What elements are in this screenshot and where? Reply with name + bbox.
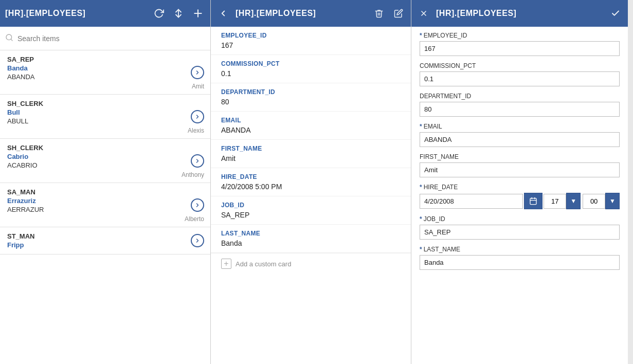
edit-content: *EMPLOYEE_ID COMMISSION_PCT DEPARTMENT_I… bbox=[411, 27, 628, 364]
chevron-right-icon[interactable] bbox=[191, 66, 204, 79]
edit-label-email: *EMAIL bbox=[420, 123, 620, 130]
detail-field-last-name: LAST_NAME Banda bbox=[211, 225, 411, 253]
detail-value-commission-pct: 0.1 bbox=[221, 69, 401, 78]
list-item-job: SA_REP bbox=[7, 56, 204, 63]
chevron-right-icon[interactable] bbox=[191, 154, 204, 168]
list-item[interactable]: SA_MAN Errazuriz AERRAZUR Alberto bbox=[0, 183, 210, 227]
list-item-name: Cabrio bbox=[7, 153, 204, 160]
detail-value-first-name: Amit bbox=[221, 154, 401, 162]
edit-input-job-id[interactable] bbox=[420, 225, 620, 240]
edit-label-first-name: FIRST_NAME bbox=[420, 153, 620, 160]
svg-line-4 bbox=[11, 39, 12, 41]
edit-input-first-name[interactable] bbox=[420, 162, 620, 177]
detail-value-last-name: Banda bbox=[221, 239, 401, 247]
list-item-name: Bull bbox=[7, 108, 204, 116]
close-icon[interactable] bbox=[417, 6, 431, 21]
list-item-name: Fripp bbox=[7, 241, 204, 249]
list-item-job: SH_CLERK bbox=[7, 144, 204, 152]
detail-field-employee-id: EMPLOYEE_ID 167 bbox=[211, 27, 411, 55]
edit-input-email[interactable] bbox=[420, 132, 620, 147]
edit-panel: [HR].[EMPLOYEES] *EMPLOYEE_ID COMMISSION… bbox=[411, 0, 628, 364]
chevron-right-icon[interactable] bbox=[191, 110, 204, 123]
detail-value-hire-date: 4/20/2008 5:00 PM bbox=[221, 183, 401, 191]
date-input[interactable] bbox=[420, 194, 523, 209]
edit-field-employee-id: *EMPLOYEE_ID bbox=[420, 32, 620, 56]
edit-icon[interactable] bbox=[391, 6, 406, 21]
detail-value-email: ABANDA bbox=[221, 126, 401, 134]
detail-value-department-id: 80 bbox=[221, 98, 401, 106]
list-panel-header: [HR].[EMPLOYEES] bbox=[0, 0, 210, 27]
edit-label-hire-date: *HIRE_DATE bbox=[420, 184, 620, 191]
list-item[interactable]: SA_REP Banda ABANDA Amit bbox=[0, 50, 210, 95]
list-item-job: SH_CLERK bbox=[7, 100, 204, 107]
minute-dropdown-button[interactable]: ▼ bbox=[605, 193, 620, 209]
list-item[interactable]: SH_CLERK Bull ABULL Alexis bbox=[0, 95, 210, 139]
edit-panel-title: [HR].[EMPLOYEES] bbox=[436, 9, 603, 18]
detail-label-department-id: DEPARTMENT_ID bbox=[221, 88, 401, 96]
detail-field-department-id: DEPARTMENT_ID 80 bbox=[211, 83, 411, 112]
calendar-button[interactable] bbox=[524, 193, 542, 209]
edit-input-department-id[interactable] bbox=[420, 102, 620, 117]
edit-field-commission-pct: COMMISSION_PCT bbox=[420, 62, 620, 86]
time-part: ▼ ▼ bbox=[544, 193, 620, 209]
detail-label-email: EMAIL bbox=[221, 117, 401, 124]
detail-label-employee-id: EMPLOYEE_ID bbox=[221, 32, 401, 39]
list-item-name: Banda bbox=[7, 64, 204, 72]
list-item-alias: Anthony bbox=[7, 171, 204, 178]
add-custom-card-label: Add a custom card bbox=[236, 260, 291, 268]
list-item-email: AERRAZUR bbox=[7, 206, 204, 213]
detail-field-job-id: JOB_ID SA_REP bbox=[211, 196, 411, 225]
detail-label-last-name: LAST_NAME bbox=[221, 230, 401, 237]
minute-input[interactable] bbox=[583, 194, 605, 209]
list-item-job: ST_MAN bbox=[7, 232, 204, 240]
save-icon[interactable] bbox=[608, 6, 623, 21]
edit-field-hire-date: *HIRE_DATE ▼ ▼ bbox=[420, 184, 620, 209]
list-item-alias: Alexis bbox=[7, 127, 204, 134]
back-icon[interactable] bbox=[216, 6, 230, 21]
edit-input-employee-id[interactable] bbox=[420, 41, 620, 56]
list-item-email: ABANDA bbox=[7, 73, 204, 81]
search-icon bbox=[5, 33, 13, 43]
detail-value-job-id: SA_REP bbox=[221, 211, 401, 219]
list-panel-title: [HR].[EMPLOYEES] bbox=[5, 9, 147, 18]
detail-panel-header: [HR].[EMPLOYEES] bbox=[211, 0, 411, 27]
list-item[interactable]: ST_MAN Fripp bbox=[0, 227, 210, 254]
detail-field-commission-pct: COMMISSION_PCT 0.1 bbox=[211, 55, 411, 83]
detail-panel: [HR].[EMPLOYEES] EMPLOYEE_ID 167 COMMISS… bbox=[211, 0, 411, 364]
hour-dropdown-button[interactable]: ▼ bbox=[566, 193, 581, 209]
edit-input-commission-pct[interactable] bbox=[420, 71, 620, 86]
edit-label-department-id: DEPARTMENT_ID bbox=[420, 93, 620, 100]
add-icon[interactable] bbox=[191, 6, 205, 21]
detail-label-hire-date: HIRE_DATE bbox=[221, 173, 401, 180]
svg-rect-7 bbox=[530, 198, 536, 205]
edit-label-employee-id: *EMPLOYEE_ID bbox=[420, 32, 620, 39]
detail-field-first-name: FIRST_NAME Amit bbox=[211, 140, 411, 168]
add-custom-card-icon: + bbox=[221, 259, 231, 269]
detail-value-employee-id: 167 bbox=[221, 41, 401, 49]
search-bar bbox=[0, 27, 210, 50]
list-item-email: ACABRIO bbox=[7, 161, 204, 169]
list-item-alias: Amit bbox=[7, 83, 204, 90]
edit-field-department-id: DEPARTMENT_ID bbox=[420, 93, 620, 117]
hour-input[interactable] bbox=[544, 194, 566, 209]
delete-icon[interactable] bbox=[372, 6, 386, 21]
sort-icon[interactable] bbox=[171, 6, 186, 21]
edit-input-last-name[interactable] bbox=[420, 255, 620, 270]
edit-field-email: *EMAIL bbox=[420, 123, 620, 147]
detail-label-job-id: JOB_ID bbox=[221, 202, 401, 209]
add-custom-card-button[interactable]: + Add a custom card bbox=[211, 253, 411, 274]
edit-label-last-name: *LAST_NAME bbox=[420, 246, 620, 253]
list-panel: [HR].[EMPLOYEES] bbox=[0, 0, 211, 364]
search-input[interactable] bbox=[17, 34, 205, 43]
detail-label-first-name: FIRST_NAME bbox=[221, 145, 401, 152]
chevron-right-icon[interactable] bbox=[191, 234, 204, 247]
list-item[interactable]: SH_CLERK Cabrio ACABRIO Anthony bbox=[0, 139, 210, 183]
detail-field-email: EMAIL ABANDA bbox=[211, 112, 411, 140]
edit-field-last-name: *LAST_NAME bbox=[420, 246, 620, 270]
detail-panel-title: [HR].[EMPLOYEES] bbox=[236, 9, 367, 18]
list-container: SA_REP Banda ABANDA Amit SH_CLERK Bull A… bbox=[0, 50, 210, 364]
chevron-right-icon[interactable] bbox=[191, 198, 204, 212]
list-item-email: ABULL bbox=[7, 117, 204, 125]
detail-content: EMPLOYEE_ID 167 COMMISSION_PCT 0.1 DEPAR… bbox=[211, 27, 411, 364]
refresh-icon[interactable] bbox=[152, 6, 166, 21]
